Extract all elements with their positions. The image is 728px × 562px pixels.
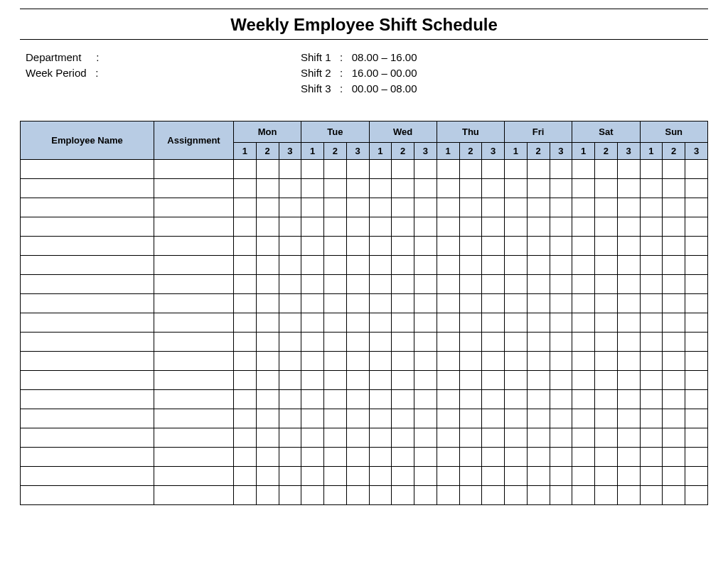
assignment-cell[interactable] <box>154 179 234 198</box>
shift-cell[interactable] <box>459 217 482 237</box>
shift-cell[interactable] <box>234 198 257 217</box>
shift-cell[interactable] <box>324 179 347 198</box>
shift-cell[interactable] <box>663 428 685 448</box>
shift-cell[interactable] <box>550 160 572 179</box>
shift-cell[interactable] <box>324 409 347 428</box>
shift-cell[interactable] <box>527 313 550 333</box>
shift-cell[interactable] <box>663 179 685 198</box>
shift-cell[interactable] <box>617 217 640 237</box>
shift-cell[interactable] <box>234 294 257 313</box>
shift-cell[interactable] <box>663 237 685 256</box>
shift-cell[interactable] <box>640 217 663 237</box>
shift-cell[interactable] <box>414 294 437 313</box>
shift-cell[interactable] <box>685 371 708 390</box>
shift-cell[interactable] <box>234 428 257 448</box>
assignment-cell[interactable] <box>154 371 234 390</box>
shift-cell[interactable] <box>572 333 595 352</box>
shift-cell[interactable] <box>482 486 505 505</box>
shift-cell[interactable] <box>640 371 663 390</box>
shift-cell[interactable] <box>572 352 595 371</box>
shift-cell[interactable] <box>346 198 369 217</box>
shift-cell[interactable] <box>414 179 437 198</box>
shift-cell[interactable] <box>459 294 482 313</box>
assignment-cell[interactable] <box>154 409 234 428</box>
shift-cell[interactable] <box>392 371 414 390</box>
shift-cell[interactable] <box>640 198 663 217</box>
shift-cell[interactable] <box>572 313 595 333</box>
shift-cell[interactable] <box>324 237 347 256</box>
shift-cell[interactable] <box>482 198 505 217</box>
shift-cell[interactable] <box>256 313 279 333</box>
shift-cell[interactable] <box>663 333 685 352</box>
shift-cell[interactable] <box>663 352 685 371</box>
shift-cell[interactable] <box>617 409 640 428</box>
shift-cell[interactable] <box>640 409 663 428</box>
shift-cell[interactable] <box>414 409 437 428</box>
employee-name-cell[interactable] <box>21 409 154 428</box>
shift-cell[interactable] <box>279 198 301 217</box>
shift-cell[interactable] <box>572 256 595 275</box>
shift-cell[interactable] <box>369 486 392 505</box>
shift-cell[interactable] <box>346 237 369 256</box>
shift-cell[interactable] <box>617 275 640 294</box>
shift-cell[interactable] <box>595 428 618 448</box>
shift-cell[interactable] <box>279 217 301 237</box>
shift-cell[interactable] <box>550 333 572 352</box>
shift-cell[interactable] <box>550 179 572 198</box>
shift-cell[interactable] <box>256 333 279 352</box>
shift-cell[interactable] <box>346 313 369 333</box>
shift-cell[interactable] <box>256 352 279 371</box>
shift-cell[interactable] <box>482 217 505 237</box>
shift-cell[interactable] <box>414 352 437 371</box>
shift-cell[interactable] <box>663 217 685 237</box>
shift-cell[interactable] <box>640 333 663 352</box>
shift-cell[interactable] <box>414 275 437 294</box>
shift-cell[interactable] <box>324 486 347 505</box>
shift-cell[interactable] <box>595 371 618 390</box>
shift-cell[interactable] <box>572 371 595 390</box>
shift-cell[interactable] <box>437 352 459 371</box>
shift-cell[interactable] <box>279 352 301 371</box>
shift-cell[interactable] <box>550 371 572 390</box>
shift-cell[interactable] <box>527 217 550 237</box>
shift-cell[interactable] <box>392 179 414 198</box>
shift-cell[interactable] <box>640 237 663 256</box>
shift-cell[interactable] <box>414 428 437 448</box>
shift-cell[interactable] <box>234 352 257 371</box>
assignment-cell[interactable] <box>154 352 234 371</box>
shift-cell[interactable] <box>437 237 459 256</box>
shift-cell[interactable] <box>369 217 392 237</box>
shift-cell[interactable] <box>392 237 414 256</box>
shift-cell[interactable] <box>640 256 663 275</box>
shift-cell[interactable] <box>527 467 550 486</box>
shift-cell[interactable] <box>505 313 528 333</box>
shift-cell[interactable] <box>234 160 257 179</box>
shift-cell[interactable] <box>482 237 505 256</box>
shift-cell[interactable] <box>346 428 369 448</box>
shift-cell[interactable] <box>640 390 663 409</box>
shift-cell[interactable] <box>414 371 437 390</box>
shift-cell[interactable] <box>437 198 459 217</box>
shift-cell[interactable] <box>346 179 369 198</box>
shift-cell[interactable] <box>527 390 550 409</box>
shift-cell[interactable] <box>595 294 618 313</box>
shift-cell[interactable] <box>369 198 392 217</box>
shift-cell[interactable] <box>414 217 437 237</box>
shift-cell[interactable] <box>550 217 572 237</box>
shift-cell[interactable] <box>572 409 595 428</box>
employee-name-cell[interactable] <box>21 486 154 505</box>
shift-cell[interactable] <box>617 486 640 505</box>
employee-name-cell[interactable] <box>21 198 154 217</box>
shift-cell[interactable] <box>482 390 505 409</box>
shift-cell[interactable] <box>437 179 459 198</box>
employee-name-cell[interactable] <box>21 371 154 390</box>
employee-name-cell[interactable] <box>21 352 154 371</box>
shift-cell[interactable] <box>392 467 414 486</box>
shift-cell[interactable] <box>459 448 482 467</box>
shift-cell[interactable] <box>685 448 708 467</box>
shift-cell[interactable] <box>550 428 572 448</box>
assignment-cell[interactable] <box>154 160 234 179</box>
shift-cell[interactable] <box>685 486 708 505</box>
shift-cell[interactable] <box>392 217 414 237</box>
shift-cell[interactable] <box>301 390 324 409</box>
